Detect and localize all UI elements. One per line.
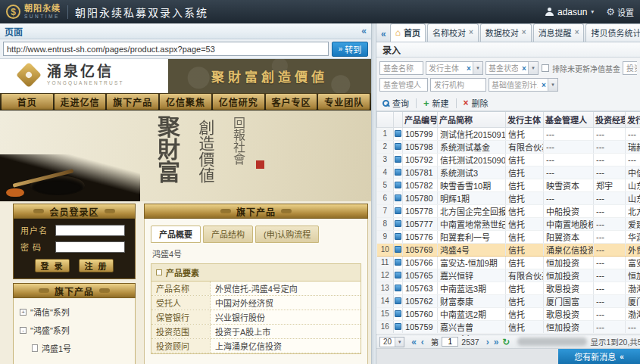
tree-item-hongsheng-series[interactable]: - "鸿盛"系列 [20, 321, 129, 339]
dropdown-icon[interactable]: ▼ [548, 79, 557, 91]
expand-icon[interactable]: + [20, 309, 27, 316]
site-logo[interactable]: 涌泉亿信 YONGQUANENTRUST [17, 63, 124, 87]
tab-product-structure[interactable]: 产品结构 [203, 226, 253, 243]
tab-message-reminder[interactable]: 消息提醒 × [533, 23, 585, 42]
new-button[interactable]: + 新建 [423, 97, 449, 109]
tree-item-yongxin-series[interactable]: + "涌信"系列 [20, 303, 129, 321]
row-detail-icon[interactable] [395, 143, 401, 150]
row-detail-icon[interactable] [395, 130, 401, 137]
table-row[interactable]: 10 105769 鸿盛4号 信托 涌泉亿信投资 --- 外贸 [377, 243, 640, 256]
table-row[interactable]: 7 105778 北方国企完全回报 信托 中船投资 --- 北方 [377, 204, 640, 217]
col-header-product-name[interactable]: 产品简称 [438, 112, 506, 127]
issuer-filter[interactable]: × ▼ [426, 61, 483, 75]
tab-scroll-left-icon[interactable]: « [379, 29, 389, 39]
manager-filter[interactable] [379, 78, 428, 92]
row-detail-icon[interactable] [395, 156, 401, 163]
row-detail-icon[interactable] [395, 246, 401, 253]
table-row[interactable]: 1 105799 测试信托20150910 信托 --- --- --- [377, 127, 640, 140]
fund-status-filter-input[interactable] [486, 63, 520, 73]
row-detail-icon[interactable] [395, 297, 401, 304]
col-header-issuer[interactable]: 发行主体 [506, 112, 544, 127]
page-number-input[interactable] [442, 337, 458, 347]
register-button[interactable]: 注 册 [79, 259, 114, 272]
new-message-notification[interactable]: 您有新消息 « [558, 349, 640, 364]
dropdown-icon[interactable]: ▼ [528, 62, 538, 74]
prev-page-button[interactable]: ‹ [420, 338, 425, 347]
panel-splitter[interactable] [371, 23, 376, 364]
base-filter-input[interactable] [489, 79, 540, 90]
fund-name-filter[interactable] [379, 61, 423, 75]
page-size-select[interactable]: 20 ▼ [379, 337, 404, 347]
row-detail-icon[interactable] [395, 194, 401, 201]
site-nav-item[interactable]: 首页 [2, 94, 53, 110]
row-detail-icon[interactable] [395, 310, 401, 317]
site-nav-item[interactable]: 客户专区 [266, 94, 317, 110]
col-header-manager[interactable]: 基金管理人 [544, 112, 594, 127]
first-page-button[interactable]: « [411, 338, 417, 347]
table-row[interactable]: 4 105781 系统测试3 信托 --- --- 中信 [377, 166, 640, 179]
row-detail-icon[interactable] [395, 233, 401, 240]
tab-home[interactable]: ⌂ 首页 [390, 23, 426, 42]
table-row[interactable]: 16 105759 嘉兴吉曾 信托 恒加投资 --- --- [377, 320, 640, 333]
row-detail-icon[interactable] [395, 207, 401, 214]
tab-subscription-process[interactable]: (申)认购流程 [255, 226, 319, 243]
tree-item-hongsheng-1[interactable]: 鸿盛1号 [20, 339, 129, 357]
login-button[interactable]: 登 录 [35, 259, 70, 272]
exclude-stale-nav-filter[interactable]: 排除未更新净值基金 [542, 63, 620, 74]
collapse-icon[interactable]: - [20, 327, 27, 334]
table-row[interactable]: 2 105798 系统测试基金 有限合伙基金 --- --- 瑞赫 [377, 140, 640, 153]
last-page-button[interactable]: » [493, 338, 500, 347]
collapse-panel-icon[interactable]: « [361, 26, 367, 36]
table-row[interactable]: 11 105766 富安达-恒加9期 信托 恒加投资 --- 富安 [377, 256, 640, 269]
user-menu[interactable]: adasun ▾ [545, 7, 594, 17]
dropdown-icon[interactable]: ▼ [473, 62, 482, 74]
close-icon[interactable]: × [575, 29, 579, 36]
search-button[interactable]: 查询 [382, 97, 409, 109]
tab-product-summary[interactable]: 产品概要 [151, 226, 201, 243]
tab-data-check[interactable]: 数据校对 × [480, 23, 532, 42]
table-row[interactable]: 5 105782 映雪香雪10期 信托 映雪资本 郑宇 山东 [377, 179, 640, 191]
row-detail-icon[interactable] [395, 169, 401, 176]
row-detail-icon[interactable] [395, 259, 401, 266]
clear-icon[interactable]: × [540, 81, 548, 89]
go-button[interactable]: » 转到 [332, 42, 368, 57]
table-row[interactable]: 8 105777 中南置地常熟世纪城 信托 中南置地股权投资 --- 爱建 [377, 217, 640, 230]
site-nav-item[interactable]: 旗下产品 [107, 94, 158, 110]
tab-debt-statistics[interactable]: 拷贝债务统计 × [585, 23, 640, 42]
row-detail-icon[interactable] [395, 323, 401, 330]
delete-button[interactable]: × 删除 [464, 97, 489, 109]
table-row[interactable]: 9 105776 阳翼套利一号 信托 阳翼资本 --- 华润 [377, 230, 640, 243]
row-detail-icon[interactable] [395, 182, 401, 188]
pm-filter[interactable] [623, 61, 637, 75]
username-input[interactable] [55, 225, 125, 236]
base-filter[interactable]: × ▼ [489, 78, 558, 92]
site-nav-item[interactable]: 亿信聚焦 [160, 94, 211, 110]
table-row[interactable]: 14 105762 财富泰康 信托 厦门国富 --- 厦门 [377, 294, 640, 307]
password-input[interactable] [55, 241, 125, 253]
col-header-product-id[interactable]: 产品编号 [403, 112, 438, 127]
clear-icon[interactable]: × [520, 64, 528, 73]
row-detail-icon[interactable] [395, 285, 401, 291]
tab-name-check[interactable]: 名称校对 × [427, 23, 479, 42]
url-input[interactable] [3, 42, 329, 56]
close-icon[interactable]: × [522, 29, 526, 36]
table-row[interactable]: 12 105765 嘉兴恒锌 有限合伙基金 恒加投资 --- 恒加 [377, 269, 640, 282]
org-filter[interactable] [430, 78, 486, 92]
refresh-icon[interactable]: ↻ [502, 337, 510, 347]
table-row[interactable]: 13 105763 中南蓝远3期 信托 歌恩投资 --- 渤海 [377, 282, 640, 294]
checkbox-icon[interactable] [542, 64, 549, 72]
col-header-org[interactable]: 发行机构 [626, 112, 640, 127]
table-row[interactable]: 3 105792 信托测试20150909 信托 --- --- --- [377, 153, 640, 166]
close-icon[interactable]: × [469, 29, 473, 36]
row-detail-icon[interactable] [395, 220, 401, 227]
clear-icon[interactable]: × [465, 64, 473, 73]
site-nav-item[interactable]: 走进亿信 [55, 94, 106, 110]
site-nav-item[interactable]: 亿信研究 [213, 94, 264, 110]
col-header-pm[interactable]: 投资经理 [594, 112, 626, 127]
site-nav-item[interactable]: 专业团队 [318, 94, 370, 110]
table-row[interactable]: 6 105780 明辉1期 信托 --- --- 山东 [377, 191, 640, 204]
settings-button[interactable]: ⚙ 设置 [606, 6, 634, 18]
issuer-filter-input[interactable] [426, 63, 465, 73]
row-detail-icon[interactable] [395, 272, 401, 278]
fund-status-filter[interactable]: × ▼ [485, 61, 539, 75]
